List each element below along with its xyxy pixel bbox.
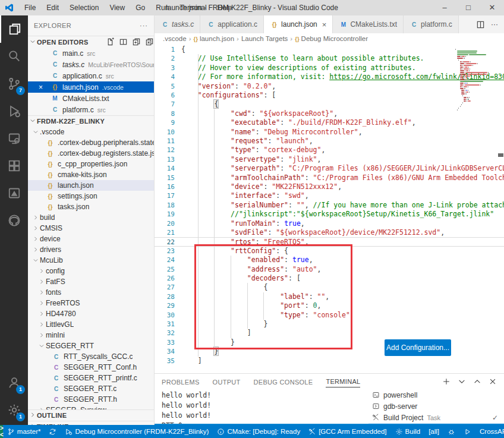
panel-tab-terminal[interactable]: TERMINAL: [326, 376, 360, 387]
close-all-icon[interactable]: [145, 37, 154, 46]
plus-icon[interactable]: [442, 377, 451, 386]
activity-settings-gear-icon[interactable]: 1: [0, 396, 28, 424]
menu-edit[interactable]: Edit: [41, 0, 64, 15]
minimize-button[interactable]: –: [433, 0, 456, 15]
tree-item[interactable]: {}cmake-kits.json: [28, 169, 154, 180]
activity-source-control-icon[interactable]: 7: [0, 70, 28, 97]
tab-launch.json[interactable]: {}launch.json×: [264, 15, 333, 33]
code-line[interactable]: 16 "device": "MK22FN512xxx12",: [155, 182, 504, 191]
chevron-down-icon[interactable]: [32, 257, 40, 263]
code-line[interactable]: 7 {: [155, 100, 504, 109]
menu-file[interactable]: File: [19, 0, 41, 15]
code-line[interactable]: 8 "cwd": "${workspaceRoot}",: [155, 109, 504, 118]
tree-item[interactable]: CSEGGER_RTT_printf.c: [28, 373, 154, 383]
tab-close-icon[interactable]: ×: [322, 20, 327, 29]
terminal-list-item[interactable]: powershell: [368, 389, 504, 401]
tree-item[interactable]: device: [28, 234, 154, 244]
close-button[interactable]: ✕: [480, 0, 504, 15]
breadcrumb-item[interactable]: {}launch.json: [193, 35, 234, 42]
tree-item[interactable]: drivers: [28, 244, 154, 255]
status-bug-icon[interactable]: [443, 425, 459, 438]
tree-item[interactable]: SEGGER_RTT: [28, 341, 154, 351]
code-line[interactable]: 14 "serverpath": "C:/Program Files (x86)…: [155, 164, 504, 173]
breadcrumb-item[interactable]: {}Debug Microcontroller: [295, 35, 368, 42]
tab-CMakeLists.txt[interactable]: MCMakeLists.txt: [333, 15, 404, 33]
activity-github-icon[interactable]: [0, 207, 28, 234]
tree-item[interactable]: {}.cortex-debug.peripherals.state.json: [28, 137, 154, 148]
breadcrumb[interactable]: .vscode›{}launch.json›Launch Targets›{}D…: [155, 33, 504, 44]
tree-item[interactable]: McuLib: [28, 255, 154, 266]
chevron-up-icon[interactable]: [473, 377, 481, 386]
breadcrumb-item[interactable]: .vscode: [163, 35, 187, 42]
open-editor-item[interactable]: Cmain.csrc: [28, 48, 154, 59]
code-line[interactable]: 13 "servertype": "jlink",: [155, 155, 504, 164]
open-editor-item[interactable]: Cplatform.csrc: [28, 104, 154, 115]
status--all-[interactable]: [all]: [424, 425, 443, 438]
chevron-right-icon[interactable]: [37, 322, 46, 327]
activity-search-icon[interactable]: [0, 43, 28, 70]
panel-tab-problems[interactable]: PROBLEMS: [162, 376, 200, 387]
close-icon[interactable]: [489, 377, 497, 386]
tree-item[interactable]: LittlevGL: [28, 319, 154, 330]
code-line[interactable]: 2 // Use IntelliSense to learn about pos…: [155, 54, 504, 63]
add-configuration-button[interactable]: Add Configuration...: [385, 339, 451, 356]
chevron-right-icon[interactable]: [32, 247, 40, 253]
editor-layout-icon[interactable]: [119, 37, 128, 46]
new-file-icon[interactable]: [106, 37, 115, 46]
tree-item[interactable]: {}c_cpp_properties.json: [28, 159, 154, 169]
timeline-header[interactable]: TIMELINE: [28, 421, 154, 425]
activity-account-icon[interactable]: 1: [0, 369, 28, 396]
chevron-right-icon[interactable]: [37, 289, 46, 295]
breadcrumb-item[interactable]: Launch Targets: [241, 35, 288, 42]
tree-item[interactable]: FreeRTOS: [28, 298, 154, 308]
tree-item[interactable]: fonts: [28, 287, 154, 298]
panel-tab-debug-console[interactable]: DEBUG CONSOLE: [254, 376, 313, 387]
chevron-right-icon[interactable]: [37, 407, 46, 409]
status-build[interactable]: Build: [391, 425, 425, 438]
code-line[interactable]: 35 ]: [155, 357, 504, 365]
status--gcc-arm-embedded-[interactable]: [GCC Arm Embedded]: [304, 425, 390, 438]
open-editor-item[interactable]: Ctasks.cMcuLib\FreeRTOS\Source: [28, 59, 154, 70]
chevron-right-icon[interactable]: [32, 215, 40, 220]
code-line[interactable]: 4 // For more information, visit: https:…: [155, 73, 504, 81]
status-play-icon[interactable]: [459, 425, 475, 438]
tab-tasks.c[interactable]: Ctasks.c: [155, 15, 200, 33]
tree-item[interactable]: CRTT_Syscalls_GCC.c: [28, 351, 154, 362]
tree-item[interactable]: minIni: [28, 330, 154, 341]
activity-run-debug-icon[interactable]: [0, 97, 28, 125]
code-line[interactable]: 18 "serialNumber": "", //If you have mor…: [155, 201, 504, 210]
code-line[interactable]: 6 "configurations": [: [155, 91, 504, 100]
code-line[interactable]: 17 "interface": "swd",: [155, 191, 504, 200]
tree-item[interactable]: CSEGGER_RTT.c: [28, 383, 154, 394]
minimap[interactable]: [455, 49, 494, 111]
chevron-right-icon[interactable]: [32, 225, 40, 231]
tree-item[interactable]: {}settings.json: [28, 191, 154, 201]
chevron-right-icon[interactable]: [37, 332, 46, 338]
tree-item[interactable]: {}tasks.json: [28, 201, 154, 212]
tree-item[interactable]: {}launch.json: [28, 180, 154, 191]
activity-extensions-icon[interactable]: [0, 152, 28, 179]
tab-application.c[interactable]: Capplication.c: [200, 15, 264, 33]
chevron-right-icon[interactable]: [37, 279, 46, 285]
explorer-more-icon[interactable]: ···: [140, 22, 148, 29]
chevron-down-icon[interactable]: [32, 129, 40, 135]
code-line[interactable]: 3 // Hover to view descriptions of exist…: [155, 64, 504, 73]
close-icon[interactable]: ×: [39, 83, 43, 92]
open-editor-item[interactable]: ×{}launch.json.vscode: [28, 81, 154, 93]
tree-item[interactable]: CSEGGER_RTT_Conf.h: [28, 362, 154, 373]
code-line[interactable]: 21 "svdFile": "${workspaceRoot}/device/M…: [155, 228, 504, 237]
tree-item[interactable]: SEGGER_Sysview: [28, 405, 154, 409]
status-cmake-debug-ready[interactable]: CMake: [Debug]: Ready: [213, 425, 304, 438]
activity-image-preview-icon[interactable]: [0, 179, 28, 207]
code-line[interactable]: 10 "name": "Debug Microcontroller",: [155, 128, 504, 137]
outline-header[interactable]: OUTLINE: [28, 409, 154, 421]
chevron-down-icon[interactable]: [458, 377, 466, 386]
status-debug-microcontroller-fr[interactable]: Debug Microcontroller (FRDM-K22F_Blinky): [61, 425, 213, 438]
chevron-right-icon[interactable]: [37, 311, 46, 317]
tree-item[interactable]: HD44780: [28, 308, 154, 319]
terminal-list-item[interactable]: Build ProjectTask✓: [368, 412, 504, 423]
more-actions-icon[interactable]: ···: [491, 20, 498, 29]
split-editor-icon[interactable]: [476, 20, 485, 29]
workspace-root-header[interactable]: FRDM-K22F_BLINKY: [28, 115, 154, 127]
status-sync-icon[interactable]: [45, 425, 61, 438]
